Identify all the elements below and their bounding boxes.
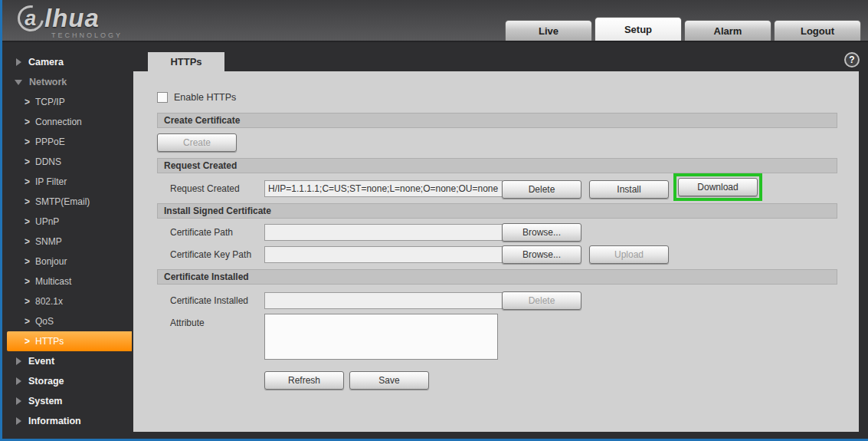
sidebar-item-multicast[interactable]: > Multicast [2,272,132,291]
collapsed-arrow-icon [16,417,21,425]
enable-https-checkbox[interactable] [157,92,168,103]
create-button[interactable]: Create [157,133,237,152]
sidebar-item-network[interactable]: Network [2,72,132,92]
section-request-created: Request Created [157,158,837,173]
sidebar-item-camera[interactable]: Camera [2,52,132,72]
sidebar-item-upnp[interactable]: > UPnP [2,212,132,232]
certificate-path-field[interactable] [264,224,503,241]
sidebar-item-8021x[interactable]: > 802.1x [2,291,132,311]
collapsed-arrow-icon [16,58,21,66]
save-button[interactable]: Save [349,371,429,390]
install-button[interactable]: Install [589,180,669,199]
enable-https-row: Enable HTTPs [157,92,236,103]
sidebar-item-bonjour[interactable]: > Bonjour [2,252,132,272]
sidebar-item-ip-filter[interactable]: > IP Filter [2,172,132,192]
sidebar-item-storage[interactable]: Storage [2,371,132,391]
certificate-installed-label: Certificate Installed [170,295,248,306]
chevron-right-icon: > [25,137,30,147]
sidebar-item-snmp[interactable]: > SNMP [2,232,132,252]
delete-request-button[interactable]: Delete [502,180,581,199]
request-created-field[interactable] [264,180,503,197]
attribute-textarea[interactable] [264,314,498,360]
section-create-certificate: Create Certificate [157,113,837,128]
logo-subtitle: TECHNOLOGY [51,31,123,39]
logo-ring-icon: a [12,0,48,36]
sidebar-item-pppoe[interactable]: > PPPoE [2,132,132,152]
collapsed-arrow-icon [16,377,21,385]
sidebar: Camera Network > TCP/IP > Connection > P… [2,44,132,439]
browse-cert-path-button[interactable]: Browse... [502,223,581,242]
sidebar-item-smtp-email[interactable]: > SMTP(Email) [2,192,132,212]
help-icon[interactable]: ? [844,52,860,67]
sidebar-item-connection[interactable]: > Connection [2,112,132,132]
app-window: alhua TECHNOLOGY Live Setup Alarm Logout… [0,0,868,441]
chevron-right-icon: > [25,316,30,327]
tab-logout[interactable]: Logout [774,20,861,41]
certificate-key-path-label: Certificate Key Path [170,249,251,260]
attribute-label: Attribute [170,318,205,328]
top-nav-tabs: Live Setup Alarm Logout [505,17,861,41]
enable-https-label: Enable HTTPs [174,92,236,103]
tab-alarm[interactable]: Alarm [684,20,771,41]
section-certificate-installed: Certificate Installed [157,269,837,285]
chevron-right-icon: > [25,117,30,127]
header: alhua TECHNOLOGY Live Setup Alarm Logout [2,0,868,42]
sidebar-item-https[interactable]: > HTTPs [7,331,132,351]
collapsed-arrow-icon [16,357,21,365]
chevron-right-icon: > [25,156,30,167]
tab-setup[interactable]: Setup [594,17,682,41]
chevron-right-icon: > [25,276,30,287]
sidebar-item-information[interactable]: Information [2,411,132,431]
sidebar-item-ddns[interactable]: > DDNS [2,152,132,172]
upload-button[interactable]: Upload [589,245,669,264]
certificate-path-label: Certificate Path [170,227,233,238]
logo-wordmark: alhua [18,4,123,33]
chevron-right-icon: > [25,176,30,187]
chevron-right-icon: > [25,196,30,207]
tab-live[interactable]: Live [505,20,592,41]
window-left-border [0,0,2,441]
chevron-right-icon: > [25,296,30,307]
sidebar-item-event[interactable]: Event [2,351,132,371]
browse-cert-key-path-button[interactable]: Browse... [502,245,581,264]
certificate-installed-field[interactable] [264,292,503,309]
chevron-right-icon: > [25,256,30,267]
request-created-label: Request Created [170,183,240,194]
delete-certificate-button[interactable]: Delete [502,291,581,310]
download-highlight-box: Download [673,173,762,201]
chevron-right-icon: > [25,216,30,227]
refresh-button[interactable]: Refresh [264,371,344,390]
chevron-right-icon: > [25,336,30,347]
https-settings-content: Enable HTTPs Create Certificate Create R… [133,71,859,432]
download-button[interactable]: Download [678,178,758,196]
collapsed-arrow-icon [16,397,21,405]
sidebar-item-qos[interactable]: > QoS [2,311,132,331]
certificate-key-path-field[interactable] [264,246,503,263]
chevron-right-icon: > [25,97,30,107]
dahua-logo: alhua TECHNOLOGY [18,4,123,39]
section-install-signed-certificate: Install Signed Certificate [157,203,837,219]
expanded-arrow-icon [15,80,22,85]
sidebar-item-system[interactable]: System [2,391,132,411]
main-panel: HTTPs ? Enable HTTPs Create Certificate … [132,44,868,439]
sidebar-item-tcpip[interactable]: > TCP/IP [2,92,132,112]
tab-https-page[interactable]: HTTPs [148,52,224,71]
chevron-right-icon: > [25,236,30,247]
